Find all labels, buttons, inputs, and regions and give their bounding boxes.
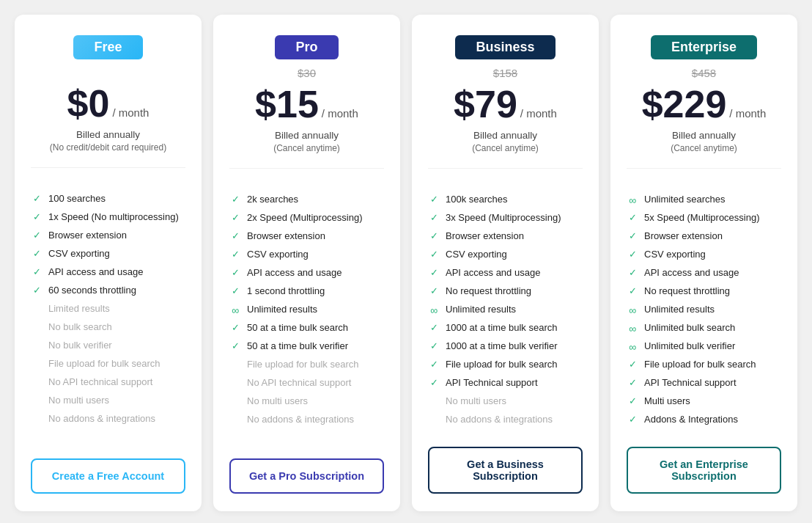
feature-item: ✓ 1000 at a time bulk search [428,322,583,334]
none-icon: · [229,378,241,389]
none-icon: · [31,340,43,352]
plan-card-business: Business $158 $79 / month Billed annuall… [412,15,599,511]
feature-text: 1000 at a time bulk verifier [446,340,557,353]
feature-text: Unlimited bulk search [644,322,735,334]
check-icon: ✓ [229,286,241,298]
check-icon: ✓ [229,249,241,261]
check-icon: ✓ [229,323,241,334]
none-icon: · [31,395,43,407]
feature-item: ✓ 50 at a time bulk verifier [229,340,384,353]
feature-text: CSV exporting [247,249,309,261]
feature-text: No multi users [247,395,308,408]
feature-text: API access and usage [446,267,540,279]
feature-item: ✓ CSV exporting [627,249,781,261]
feature-text: File upload for bulk search [446,359,557,371]
feature-text: API access and usage [247,267,342,279]
billing-info: Billed annually [31,128,185,142]
feature-text: 2k searches [247,194,298,206]
feature-item: ✓ CSV exporting [428,249,583,261]
plan-badge: Pro [275,35,338,59]
price-period: / month [520,107,557,120]
feature-text: No bulk search [48,321,112,334]
check-icon: ✓ [229,231,241,243]
billing-sub: (Cancel anytime) [229,143,384,153]
feature-text: File upload for bulk search [247,359,358,371]
divider [428,168,583,169]
price-period: / month [729,107,766,120]
feature-item: ✓ Browser extension [627,230,781,243]
check-icon: ✓ [428,213,440,224]
feature-item: ✓ API access and usage [428,267,583,279]
check-icon: ✓ [229,341,241,353]
feature-item: · No multi users [428,395,583,408]
cta-button-business[interactable]: Get a Business Subscription [428,447,583,494]
none-icon: · [428,414,440,426]
price-row: $229 / month [627,82,781,126]
check-icon: ✓ [31,249,43,260]
cta-button-free[interactable]: Create a Free Account [31,458,185,494]
feature-item: ✓ No request throttling [428,285,583,298]
feature-item: · Limited results [31,303,185,315]
feature-text: API Technical support [644,377,737,389]
feature-text: Browser extension [48,230,127,242]
feature-text: CSV exporting [446,249,507,261]
divider [627,168,781,169]
feature-text: 1x Speed (No multiprocessing) [48,211,179,224]
price-row: $79 / month [428,82,583,126]
check-icon: ✓ [428,323,440,334]
feature-item: · File upload for bulk search [229,359,384,371]
price-amount: $79 [454,82,517,126]
feature-item: ✓ API access and usage [229,267,384,279]
feature-text: API access and usage [48,266,143,279]
feature-item: ∞ Unlimited bulk verifier [627,340,781,353]
feature-text: File upload for bulk search [48,358,160,370]
none-icon: · [31,377,43,389]
feature-item: ∞ Unlimited results [627,304,781,316]
feature-item: ✓ No request throttling [627,285,781,298]
billing-sub: (No credit/debit card required) [31,142,185,153]
none-icon: · [31,304,43,315]
feature-text: CSV exporting [644,249,706,261]
none-icon: · [229,396,241,408]
plan-badge: Business [455,35,555,59]
infinity-icon: ∞ [627,323,638,334]
feature-text: 60 seconds throttling [48,285,136,297]
features-list: ✓ 100 searches ✓ 1x Speed (No multiproce… [31,193,185,444]
cta-button-enterprise[interactable]: Get an Enterprise Subscription [627,447,781,494]
feature-item: · No bulk search [31,321,185,334]
check-icon: ✓ [229,194,241,206]
plan-badge: Enterprise [651,35,757,59]
check-icon: ✓ [627,286,638,298]
feature-item: ✓ API Technical support [428,377,583,389]
check-icon: ✓ [627,359,638,371]
check-icon: ✓ [31,194,43,205]
check-icon: ✓ [627,378,638,389]
feature-text: 100 searches [48,193,106,205]
plan-header: Pro $30 $15 / month Billed annually (Can… [229,35,384,153]
original-price: $30 [229,67,384,79]
feature-item: ∞ Unlimited results [428,304,583,316]
plan-badge: Free [73,35,142,59]
feature-item: ✓ 60 seconds throttling [31,285,185,297]
check-icon: ✓ [428,194,440,206]
none-icon: · [428,396,440,408]
feature-text: 1 second throttling [247,285,325,298]
cta-button-pro[interactable]: Get a Pro Subscription [229,458,384,494]
feature-item: ∞ Unlimited bulk search [627,322,781,334]
feature-text: Browser extension [247,230,325,243]
feature-item: ✓ Addons & Integrations [627,414,781,426]
feature-item: · No API technical support [229,377,384,389]
price-amount: $229 [642,82,727,126]
feature-text: No addons & integrations [247,414,354,426]
feature-item: ✓ Browser extension [428,230,583,243]
billing-sub: (Cancel anytime) [428,143,583,153]
none-icon: · [31,322,43,334]
billing-info: Billed annually [627,129,781,143]
check-icon: ✓ [627,213,638,224]
billing-info: Billed annually [229,129,384,143]
original-price: $158 [428,67,583,79]
plan-header: Enterprise $458 $229 / month Billed annu… [627,35,781,153]
feature-item: · No bulk verifier [31,340,185,352]
feature-item: ✓ API access and usage [627,267,781,279]
check-icon: ✓ [229,268,241,279]
